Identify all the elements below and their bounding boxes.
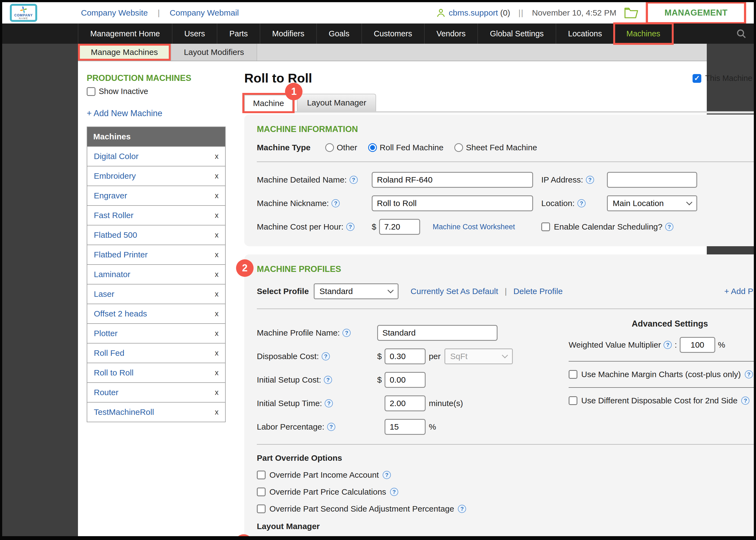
delete-machine-x[interactable]: x	[215, 329, 219, 338]
help-icon[interactable]	[665, 223, 673, 231]
show-inactive-row[interactable]: Show Inactive	[87, 87, 233, 96]
machine-name[interactable]: TestMachineRoll	[94, 407, 154, 417]
machine-name[interactable]: Engraver	[94, 191, 127, 200]
delete-machine-x[interactable]: x	[215, 310, 219, 318]
machine-list-item[interactable]: Flatbed Printerx	[87, 245, 225, 264]
management-button[interactable]: MANAGEMENT	[664, 8, 728, 18]
folder-icon[interactable]	[616, 7, 646, 19]
machine-list-item[interactable]: Laserx	[87, 284, 225, 304]
nickname-input[interactable]	[372, 196, 533, 211]
machine-list-item[interactable]: Flatbed 500x	[87, 225, 225, 245]
machine-list-item[interactable]: TestMachineRollx	[87, 402, 225, 422]
machine-name[interactable]: Laser	[94, 289, 114, 299]
machine-name[interactable]: Flatbed 500	[94, 230, 137, 240]
add-new-machine-link[interactable]: + Add New Machine	[87, 108, 162, 118]
radio-roll-fed-control[interactable]	[368, 143, 377, 152]
help-icon[interactable]	[346, 223, 354, 231]
machine-name[interactable]: Roll to Roll	[94, 368, 133, 377]
override-income-checkbox[interactable]	[257, 471, 266, 479]
delete-machine-x[interactable]: x	[215, 251, 219, 259]
machine-name[interactable]: Plotter	[94, 329, 117, 338]
machine-list-item[interactable]: Laminatorx	[87, 264, 225, 284]
help-icon[interactable]	[577, 199, 586, 207]
machine-name[interactable]: Router	[94, 388, 118, 397]
labor-percentage-input[interactable]	[385, 419, 426, 435]
delete-machine-x[interactable]: x	[215, 152, 219, 161]
machine-name[interactable]: Roll Fed	[94, 348, 124, 358]
help-icon[interactable]	[458, 505, 466, 513]
help-icon[interactable]	[741, 397, 749, 405]
help-icon[interactable]	[322, 352, 330, 360]
tab-machine[interactable]: Machine 1	[244, 95, 293, 111]
radio-other-control[interactable]	[325, 143, 334, 152]
nav-management-home[interactable]: Management Home	[78, 24, 172, 44]
delete-machine-x[interactable]: x	[215, 211, 219, 220]
override-second-side-checkbox[interactable]	[257, 504, 266, 513]
machine-list-item[interactable]: Fast Rollerx	[87, 205, 225, 225]
machine-name[interactable]: Embroidery	[94, 171, 136, 181]
nav-vendors[interactable]: Vendors	[425, 24, 478, 44]
override-price-checkbox[interactable]	[257, 487, 266, 496]
location-select[interactable]: Main Location	[607, 196, 697, 211]
nav-users[interactable]: Users	[172, 24, 217, 44]
ip-address-input[interactable]	[607, 172, 697, 188]
help-icon[interactable]	[331, 199, 340, 207]
calendar-scheduling-checkbox[interactable]	[541, 222, 550, 231]
nav-global-settings[interactable]: Global Settings	[478, 24, 556, 44]
machine-active-row[interactable]: This Machine is Active	[692, 74, 756, 83]
user-account-link[interactable]: cbms.support	[449, 8, 498, 18]
cost-per-hour-input[interactable]	[379, 219, 420, 235]
help-icon[interactable]	[390, 488, 398, 496]
nav-goals[interactable]: Goals	[317, 24, 362, 44]
delete-machine-x[interactable]: x	[215, 231, 219, 239]
nav-modifiers[interactable]: Modifiers	[260, 24, 317, 44]
tab-layout-modifiers[interactable]: Layout Modifiers	[171, 44, 257, 61]
enable-layout-manager-checkbox[interactable]	[257, 537, 266, 540]
machine-name[interactable]: Digital Color	[94, 152, 138, 161]
delete-machine-x[interactable]: x	[215, 192, 219, 200]
weighted-multiplier-input[interactable]	[680, 337, 715, 353]
machine-name[interactable]: Fast Roller	[94, 211, 133, 220]
delete-machine-x[interactable]: x	[215, 408, 219, 417]
profile-name-input[interactable]	[377, 325, 497, 341]
margin-charts-row[interactable]: Use Machine Margin Charts (cost-plus onl…	[569, 370, 756, 379]
help-icon[interactable]	[324, 376, 332, 384]
machine-list-item[interactable]: Engraverx	[87, 186, 225, 205]
override-second-side-row[interactable]: Override Part Second Side Adjustment Per…	[257, 504, 756, 513]
cost-worksheet-link[interactable]: Machine Cost Worksheet	[433, 223, 515, 231]
detailed-name-input[interactable]	[372, 172, 533, 188]
nav-locations[interactable]: Locations	[556, 24, 614, 44]
tab-manage-machines[interactable]: Manage Machines	[78, 44, 171, 61]
delete-machine-x[interactable]: x	[215, 369, 219, 377]
delete-machine-x[interactable]: x	[215, 290, 219, 298]
nav-search[interactable]	[736, 24, 754, 44]
radio-sheet-fed[interactable]: Sheet Fed Machine	[454, 143, 537, 152]
company-website-link[interactable]: Company Website	[81, 8, 148, 18]
radio-roll-fed[interactable]: Roll Fed Machine	[368, 143, 443, 152]
help-icon[interactable]	[342, 329, 351, 337]
delete-machine-x[interactable]: x	[215, 349, 219, 357]
help-icon[interactable]	[327, 423, 335, 431]
initial-setup-time-input[interactable]	[385, 395, 426, 411]
show-inactive-checkbox[interactable]	[87, 87, 95, 96]
machine-name[interactable]: Offset 2 heads	[94, 309, 147, 318]
override-income-row[interactable]: Override Part Income Account	[257, 470, 756, 479]
machine-list-item[interactable]: Offset 2 headsx	[87, 304, 225, 323]
help-icon[interactable]	[350, 176, 358, 184]
different-disposable-checkbox[interactable]	[569, 396, 577, 405]
enable-layout-manager-row[interactable]: 3 Enable Layout Manager	[257, 537, 756, 540]
delete-machine-x[interactable]: x	[215, 172, 219, 180]
help-icon[interactable]	[360, 538, 369, 540]
company-webmail-link[interactable]: Company Webmail	[170, 8, 239, 18]
nav-parts[interactable]: Parts	[217, 24, 260, 44]
help-icon[interactable]	[383, 471, 391, 479]
set-default-link[interactable]: Currently Set As Default	[411, 287, 498, 296]
delete-profile-link[interactable]: Delete Profile	[513, 287, 563, 296]
help-icon[interactable]	[586, 176, 594, 184]
delete-machine-x[interactable]: x	[215, 388, 219, 397]
add-profile-link[interactable]: + Add Profile	[724, 287, 756, 296]
machine-list-item[interactable]: Routerx	[87, 382, 225, 402]
initial-setup-cost-input[interactable]	[385, 372, 426, 388]
machine-list-item[interactable]: Digital Colorx	[87, 146, 225, 166]
override-price-row[interactable]: Override Part Price Calculations	[257, 487, 756, 496]
